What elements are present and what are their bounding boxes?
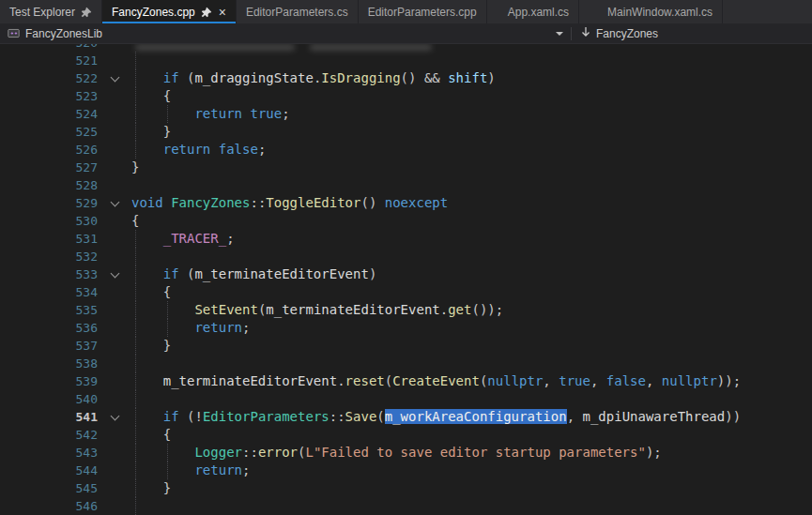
fold-margin[interactable]: [98, 194, 131, 212]
code-text[interactable]: [131, 390, 812, 408]
code-text[interactable]: m_terminateEditorEvent.reset(CreateEvent…: [131, 372, 812, 390]
code-token: if: [163, 70, 179, 85]
tab-editorparameters-cs[interactable]: EditorParameters.cs: [237, 0, 359, 23]
tab-test-explorer[interactable]: Test Explorer: [0, 0, 102, 23]
fold-margin: [98, 372, 131, 390]
line-number[interactable]: 527: [0, 159, 98, 176]
indent-guide: [135, 141, 136, 159]
line-number[interactable]: 521: [0, 52, 98, 69]
code-token: nullptr: [662, 373, 717, 388]
fold-chevron-icon[interactable]: [110, 73, 119, 83]
indent-guide: [135, 301, 136, 319]
line-number[interactable]: 524: [0, 105, 98, 123]
code-token: [131, 106, 194, 121]
code-text[interactable]: [131, 497, 812, 515]
code-text[interactable]: void FancyZones::ToggleEditor() noexcept: [131, 194, 812, 212]
pin-icon[interactable]: [201, 7, 212, 18]
line-number[interactable]: 528: [0, 176, 98, 194]
line-number[interactable]: 534: [0, 283, 98, 301]
line-number[interactable]: 535: [0, 301, 98, 319]
code-text[interactable]: }: [131, 123, 812, 141]
fold-chevron-icon[interactable]: [110, 198, 119, 207]
code-text[interactable]: [131, 52, 812, 69]
tab-editorparameters-cpp[interactable]: EditorParameters.cpp: [359, 0, 487, 23]
fold-margin[interactable]: [98, 408, 131, 426]
fold-chevron-icon[interactable]: [110, 269, 119, 279]
code-text[interactable]: [131, 248, 812, 265]
symbol-dropdown[interactable]: FancyZones: [572, 23, 667, 43]
tab-label: App.xaml.cs: [508, 6, 569, 19]
code-text[interactable]: {: [131, 212, 812, 230]
code-token: ,: [567, 409, 583, 424]
code-text[interactable]: if (!EditorParameters::Save(m_workAreaCo…: [131, 408, 812, 426]
line-number[interactable]: 543: [0, 444, 98, 462]
code-token: ::: [250, 195, 266, 210]
tab-fancyzones-cpp[interactable]: FancyZones.cpp×: [102, 0, 237, 23]
code-text[interactable]: return;: [131, 462, 812, 479]
line-number[interactable]: 545: [0, 479, 98, 497]
code-token: (): [360, 195, 384, 210]
line-number[interactable]: 544: [0, 462, 98, 479]
fold-margin[interactable]: [98, 69, 131, 87]
code-line: 523 {: [0, 87, 812, 105]
code-text[interactable]: Logger::error(L"Failed to save editor st…: [131, 444, 812, 462]
line-number[interactable]: 533: [0, 265, 98, 283]
line-number[interactable]: 532: [0, 248, 98, 265]
code-token: {: [131, 213, 139, 228]
code-text[interactable]: }: [131, 479, 812, 497]
project-name: FancyZonesLib: [25, 27, 102, 40]
line-number[interactable]: 520: [0, 44, 98, 52]
code-text[interactable]: return;: [131, 319, 812, 337]
line-number[interactable]: 526: [0, 141, 98, 159]
tab-mainwindow-xaml-cs[interactable]: MainWindow.xaml.cs: [598, 0, 723, 23]
pin-icon[interactable]: [81, 7, 92, 18]
code-text[interactable]: {: [131, 426, 812, 444]
line-number[interactable]: 539: [0, 372, 98, 390]
line-number[interactable]: 542: [0, 426, 98, 444]
code-line: 526 return false;: [0, 141, 812, 159]
code-text[interactable]: _TRACER_;: [131, 230, 812, 248]
code-token: nullptr: [487, 373, 543, 388]
code-text[interactable]: SetEvent(m_terminateEditorEvent.get());: [131, 301, 812, 319]
code-text[interactable]: }: [131, 337, 812, 355]
code-token: ,: [590, 373, 606, 388]
line-number[interactable]: 525: [0, 123, 98, 141]
line-number[interactable]: 530: [0, 212, 98, 230]
code-text[interactable]: return true;: [131, 105, 812, 123]
line-number[interactable]: 546: [0, 497, 98, 515]
code-token: IsDragging: [321, 70, 400, 85]
tab-app-xaml-cs[interactable]: App.xaml.cs: [498, 0, 579, 23]
code-text[interactable]: if (m_draggingState.IsDragging() && shif…: [131, 69, 812, 87]
line-number[interactable]: 522: [0, 69, 98, 87]
line-number[interactable]: 537: [0, 337, 98, 355]
fold-margin[interactable]: [98, 265, 131, 283]
code-text[interactable]: if (m_terminateEditorEvent): [131, 265, 812, 283]
code-token: [163, 195, 171, 210]
code-line: 524 return true;: [0, 105, 812, 123]
code-text[interactable]: {: [131, 87, 812, 105]
line-number[interactable]: 538: [0, 355, 98, 372]
code-line: 535 SetEvent(m_terminateEditorEvent.get(…: [0, 301, 812, 319]
code-text[interactable]: {: [131, 283, 812, 301]
code-token: return: [194, 320, 242, 335]
fold-margin: [98, 212, 131, 230]
project-dropdown[interactable]: FancyZonesLib: [0, 23, 571, 43]
fold-margin: [98, 248, 131, 265]
close-icon[interactable]: ×: [219, 6, 226, 19]
line-number[interactable]: 541: [0, 408, 98, 426]
line-number[interactable]: 540: [0, 390, 98, 408]
code-text[interactable]: return false;: [131, 141, 812, 159]
fold-chevron-icon[interactable]: [110, 412, 119, 421]
code-text[interactable]: [131, 355, 812, 372]
line-number[interactable]: 531: [0, 230, 98, 248]
indent-guide: [135, 265, 136, 283]
line-number[interactable]: 523: [0, 87, 98, 105]
code-text[interactable]: [131, 44, 812, 52]
code-text[interactable]: }: [131, 159, 812, 176]
line-number[interactable]: 529: [0, 194, 98, 212]
code-token: }: [131, 338, 171, 353]
line-number[interactable]: 536: [0, 319, 98, 337]
code-text[interactable]: [131, 176, 812, 194]
code-editor[interactable]: 520521522 if (m_draggingState.IsDragging…: [0, 44, 812, 515]
fold-margin: [98, 141, 131, 159]
